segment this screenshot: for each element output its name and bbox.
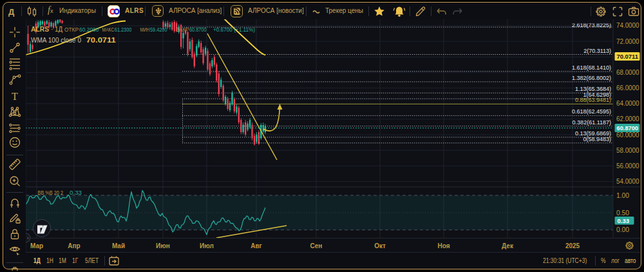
- svg-text:62.0000: 62.0000: [616, 115, 639, 122]
- svg-text:70.0711: 70.0711: [86, 36, 116, 44]
- svg-text:Май: Май: [112, 242, 125, 249]
- svg-text:60.8700: 60.8700: [617, 124, 639, 131]
- svg-text:0.88(63.9481): 0.88(63.9481): [575, 97, 611, 103]
- svg-text:74.0000: 74.0000: [616, 22, 639, 29]
- svg-text:0(58.9483): 0(58.9483): [583, 136, 611, 142]
- svg-text:1.382(66.8002): 1.382(66.8002): [572, 75, 611, 81]
- svg-text:1.618(68.1410): 1.618(68.1410): [572, 64, 611, 71]
- svg-text:68.0000: 68.0000: [616, 69, 639, 76]
- svg-text:T: T: [12, 91, 18, 102]
- svg-text:60.2000: 60.2000: [79, 26, 99, 33]
- svg-text:BB %B 20 2: BB %B 20 2: [38, 189, 64, 196]
- svg-text:Апр: Апр: [68, 242, 80, 249]
- svg-text:0.00: 0.00: [616, 226, 629, 233]
- svg-text:ЗАКР: ЗАКР: [176, 26, 189, 33]
- svg-text:Окт: Окт: [374, 242, 386, 249]
- svg-text:0.382(61.1187): 0.382(61.1187): [573, 119, 611, 126]
- svg-text:56.0000: 56.0000: [616, 162, 639, 170]
- svg-text:Сен: Сен: [310, 242, 323, 249]
- svg-text:2025: 2025: [565, 242, 580, 249]
- svg-text:58.0000: 58.0000: [616, 147, 639, 154]
- svg-text:+0.6700 (+1.11%): +0.6700 (+1.11%): [213, 26, 255, 33]
- svg-text:· 1Д: · 1Д: [51, 26, 62, 33]
- svg-text:60.8700: 60.8700: [189, 26, 207, 33]
- svg-text:WMA 100 close 0: WMA 100 close 0: [31, 37, 81, 44]
- svg-text:Дек: Дек: [502, 242, 514, 249]
- svg-text:0.33: 0.33: [618, 217, 630, 224]
- svg-text:0.33: 0.33: [70, 189, 82, 196]
- svg-text:Авг: Авг: [251, 242, 262, 249]
- svg-text:ALRS: ALRS: [31, 26, 49, 33]
- svg-text:54.0000: 54.0000: [616, 178, 639, 185]
- svg-text:0.50: 0.50: [616, 209, 629, 217]
- svg-text:72.0000: 72.0000: [616, 38, 639, 45]
- svg-text:61.2300: 61.2300: [115, 26, 132, 33]
- svg-text:2(70.3113): 2(70.3113): [583, 48, 611, 54]
- svg-text:59.4200: 59.4200: [150, 26, 167, 33]
- svg-text:60.0000: 60.0000: [616, 131, 639, 139]
- svg-text:ОТКР: ОТКР: [64, 26, 79, 33]
- svg-text:МАКС: МАКС: [102, 26, 115, 33]
- svg-text:Мар: Мар: [30, 242, 43, 249]
- svg-text:0.618(62.4595): 0.618(62.4595): [572, 108, 611, 115]
- svg-text:МИН: МИН: [140, 26, 149, 33]
- svg-text:64.0000: 64.0000: [616, 100, 639, 107]
- svg-text:Ноя: Ноя: [437, 242, 450, 249]
- svg-text:Июн: Июн: [156, 242, 170, 249]
- svg-text:1.00: 1.00: [616, 192, 629, 199]
- svg-text:66.0000: 66.0000: [616, 84, 639, 92]
- svg-text:Июл: Июл: [200, 242, 214, 249]
- svg-text:70.0711: 70.0711: [617, 53, 639, 60]
